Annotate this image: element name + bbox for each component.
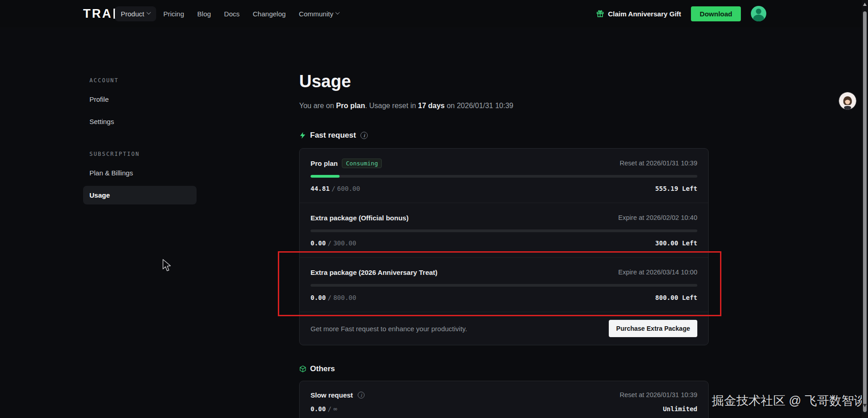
sidebar-item-settings[interactable]: Settings — [83, 112, 197, 131]
sidebar-section-account: ACCOUNT — [83, 77, 197, 84]
usage-row-name: Extra package (2026 Anniversary Treat) — [311, 269, 438, 276]
purchase-extra-package-button[interactable]: Purchase Extra Package — [609, 320, 697, 337]
others-section-header: Others — [299, 364, 335, 373]
watermark-text: 掘金技术社区 @ 飞哥数智谈 — [712, 393, 866, 409]
nav-item-changelog[interactable]: Changelog — [247, 6, 292, 21]
usage-row-slow-request: Slow request i Reset at 2026/01/31 10:39… — [300, 381, 708, 418]
top-navbar: TRA Product Pricing Blog Docs Changelog — [0, 0, 868, 27]
scroll-up-arrow-icon[interactable] — [863, 3, 867, 6]
info-icon[interactable]: i — [358, 392, 365, 398]
nav-item-label: Pricing — [163, 10, 184, 18]
scrollbar-thumb[interactable] — [863, 11, 867, 412]
nav-item-label: Docs — [224, 10, 240, 18]
nav-item-product[interactable]: Product — [115, 6, 156, 21]
plan-name: Pro plan — [336, 102, 365, 109]
nav-item-blog[interactable]: Blog — [192, 6, 217, 21]
usage-row-name: Pro plan — [311, 159, 338, 167]
nav-item-docs[interactable]: Docs — [218, 6, 246, 21]
remaining-text: 555.19 Left — [655, 185, 697, 193]
expire-at-text: Expire at 2026/03/14 10:00 — [618, 269, 697, 276]
navbar-right: Claim Anniversary Gift Download — [596, 0, 766, 27]
floating-profile-avatar[interactable] — [839, 92, 856, 109]
cube-icon — [299, 365, 306, 373]
usage-fraction: 0.00/800.00 — [311, 294, 356, 302]
lightning-bolt-icon — [299, 132, 306, 139]
usage-row-name: Extra package (Official bonus) — [311, 214, 409, 222]
page-title: Usage — [299, 72, 351, 91]
vertical-scrollbar[interactable] — [862, 0, 868, 418]
usage-fraction: 0.00/∞ — [311, 405, 337, 413]
nav-item-label: Community — [299, 10, 333, 18]
chevron-down-icon — [335, 10, 340, 15]
usage-row-name: Slow request — [311, 391, 353, 399]
progress-fill — [311, 175, 340, 178]
trae-logo-text: TRA — [83, 7, 113, 21]
remaining-text: Unlimited — [663, 405, 697, 413]
remaining-text: 800.00 Left — [655, 294, 697, 302]
usage-fraction: 0.00/300.00 — [311, 239, 356, 247]
sidebar-item-profile[interactable]: Profile — [83, 90, 197, 109]
nav-menu: Product Pricing Blog Docs Changelog Comm… — [115, 0, 346, 27]
reset-days: 17 days — [418, 102, 445, 109]
user-avatar[interactable] — [751, 6, 766, 21]
fast-request-footer: Get more Fast request to enhance your pr… — [300, 312, 708, 345]
sidebar-item-usage[interactable]: Usage — [83, 186, 197, 204]
claim-anniversary-gift-link[interactable]: Claim Anniversary Gift — [596, 10, 681, 18]
footer-promo-text: Get more Fast request to enhance your pr… — [311, 325, 467, 333]
nav-item-community[interactable]: Community — [293, 6, 345, 21]
remaining-text: 300.00 Left — [655, 239, 697, 247]
download-button[interactable]: Download — [691, 6, 741, 21]
gift-icon — [596, 10, 604, 18]
sidebar-section-subscription: SUBSCRIPTION — [83, 151, 197, 157]
section-title: Fast request — [310, 131, 356, 140]
progress-bar — [311, 284, 697, 287]
nav-item-label: Product — [121, 10, 144, 18]
settings-sidebar: ACCOUNT Profile Settings SUBSCRIPTION Pl… — [83, 77, 197, 208]
usage-fraction: 44.81/600.00 — [311, 185, 360, 193]
scroll-down-arrow-icon[interactable] — [863, 404, 867, 407]
avatar-person-icon — [756, 9, 761, 14]
fast-request-card: Pro plan Consuming Reset at 2026/01/31 1… — [299, 148, 709, 345]
reset-at-text: Reset at 2026/01/31 10:39 — [620, 159, 697, 167]
reset-at-text: Reset at 2026/01/31 10:39 — [620, 391, 697, 398]
trae-usage-page: TRA Product Pricing Blog Docs Changelog — [0, 0, 868, 418]
mouse-cursor — [162, 259, 173, 274]
others-card: Slow request i Reset at 2026/01/31 10:39… — [299, 381, 709, 418]
nav-item-label: Changelog — [253, 10, 286, 18]
avatar-image — [839, 92, 856, 109]
fast-request-section-header: Fast request i — [299, 131, 368, 140]
progress-bar — [311, 175, 697, 178]
nav-item-label: Blog — [197, 10, 211, 18]
plan-summary-text: You are on Pro plan. Usage reset in 17 d… — [299, 102, 513, 110]
consuming-badge: Consuming — [342, 159, 382, 168]
info-icon[interactable]: i — [360, 132, 368, 139]
section-title: Others — [310, 364, 335, 373]
usage-row-official-bonus: Extra package (Official bonus) Expire at… — [300, 203, 708, 258]
usage-row-pro-plan: Pro plan Consuming Reset at 2026/01/31 1… — [300, 149, 708, 203]
expire-at-text: Expire at 2026/02/02 10:40 — [618, 214, 697, 221]
usage-row-anniversary-treat: Extra package (2026 Anniversary Treat) E… — [300, 258, 708, 312]
sidebar-item-plan-billings[interactable]: Plan & Billings — [83, 164, 197, 182]
chevron-down-icon — [146, 10, 151, 15]
progress-bar — [311, 229, 697, 232]
nav-item-pricing[interactable]: Pricing — [158, 6, 190, 21]
claim-gift-label: Claim Anniversary Gift — [608, 10, 681, 18]
